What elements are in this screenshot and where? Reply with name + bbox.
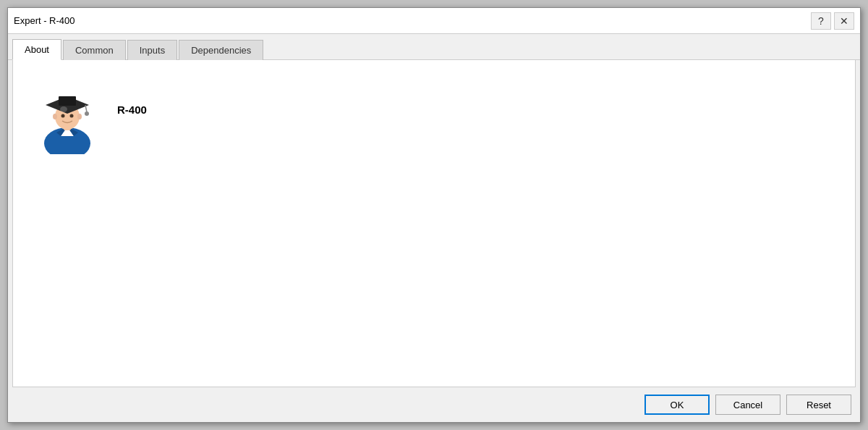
tab-dependencies[interactable]: Dependencies [179,40,263,60]
reset-button[interactable]: Reset [786,395,851,415]
svg-point-7 [77,114,82,119]
expert-name-label: R-400 [117,104,147,116]
svg-line-10 [85,105,87,112]
ok-button[interactable]: OK [644,395,710,415]
dialog: Expert - R-400 ? ✕ About Common Inputs D… [7,7,861,423]
cancel-button[interactable]: Cancel [715,395,780,415]
svg-rect-9 [59,96,76,106]
svg-point-12 [61,114,65,118]
tab-inputs[interactable]: Inputs [127,40,177,60]
svg-point-11 [85,111,89,116]
tab-common[interactable]: Common [63,40,126,60]
close-button[interactable]: ✕ [834,12,854,30]
button-bar: OK Cancel Reset [8,387,860,422]
svg-point-14 [60,106,67,112]
svg-point-13 [70,114,74,118]
content-area: R-400 [12,60,856,387]
tab-bar: About Common Inputs Dependencies [8,34,860,60]
help-button[interactable]: ? [811,12,831,30]
title-bar-right: ? ✕ [811,12,854,30]
expert-icon [35,82,100,154]
dialog-title: Expert - R-400 [14,15,75,26]
svg-point-6 [53,114,57,119]
title-bar: Expert - R-400 ? ✕ [8,8,860,34]
tab-about[interactable]: About [12,39,61,60]
title-bar-left: Expert - R-400 [14,15,75,26]
about-content: R-400 [27,75,841,161]
graduate-svg [35,82,100,154]
